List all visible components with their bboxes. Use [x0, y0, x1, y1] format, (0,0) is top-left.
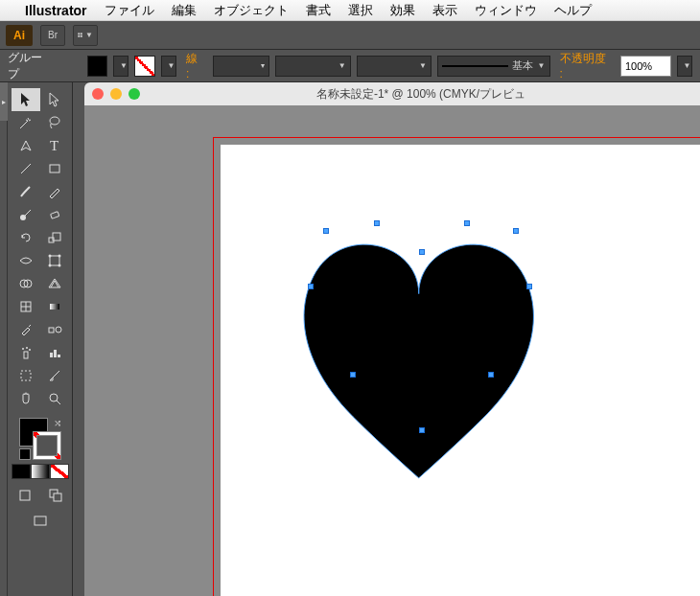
- anchor-point[interactable]: [488, 372, 494, 378]
- window-minimize-icon[interactable]: [110, 88, 122, 100]
- fill-dropdown[interactable]: ▼: [113, 56, 128, 77]
- default-fill-stroke-icon[interactable]: [19, 448, 31, 460]
- line-tool[interactable]: [12, 157, 40, 180]
- menu-window[interactable]: ウィンドウ: [475, 2, 537, 19]
- column-graph-tool[interactable]: [40, 341, 69, 364]
- canvas-area: 名称未設定-1* @ 100% (CMYK/プレビュ: [73, 82, 700, 596]
- artboard-page[interactable]: [221, 145, 700, 596]
- eraser-tool[interactable]: [40, 203, 69, 226]
- svg-rect-22: [49, 328, 54, 332]
- artboard-viewport[interactable]: [107, 128, 700, 596]
- draw-behind-icon[interactable]: [42, 485, 69, 506]
- svg-rect-1: [81, 33, 82, 34]
- magic-wand-tool[interactable]: [12, 111, 40, 134]
- color-mode-gradient[interactable]: [31, 464, 50, 479]
- blob-brush-tool[interactable]: [12, 203, 40, 226]
- gradient-tool[interactable]: [40, 295, 69, 318]
- collapsed-panel-tab[interactable]: ▸: [0, 82, 8, 121]
- direct-selection-tool[interactable]: [40, 88, 69, 111]
- svg-point-13: [58, 255, 60, 258]
- symbol-sprayer-tool[interactable]: [12, 341, 40, 364]
- hand-tool[interactable]: [12, 387, 40, 410]
- arrange-documents-button[interactable]: ▼: [73, 25, 98, 46]
- opacity-field[interactable]: 100%: [620, 56, 671, 77]
- rectangle-tool[interactable]: [40, 157, 69, 180]
- draw-normal-icon[interactable]: [12, 485, 38, 506]
- svg-rect-11: [50, 256, 59, 265]
- window-zoom-icon[interactable]: [128, 88, 140, 100]
- artboard-tool[interactable]: [12, 364, 40, 387]
- app-name[interactable]: Illustrator: [25, 3, 87, 18]
- rotate-tool[interactable]: [12, 226, 40, 249]
- menu-help[interactable]: ヘルプ: [554, 2, 592, 19]
- perspective-grid-tool[interactable]: [40, 272, 69, 295]
- scale-tool[interactable]: [40, 226, 69, 249]
- anchor-point[interactable]: [526, 284, 532, 289]
- svg-rect-2: [78, 35, 80, 37]
- pen-tool[interactable]: [12, 134, 40, 157]
- swap-fill-stroke-icon[interactable]: ⤭: [54, 418, 61, 428]
- anchor-point[interactable]: [419, 427, 425, 433]
- brush-select[interactable]: ▼: [357, 56, 432, 77]
- fill-stroke-box[interactable]: ⤭: [19, 418, 61, 460]
- shape-builder-tool[interactable]: [12, 272, 40, 295]
- eyedropper-tool[interactable]: [12, 318, 40, 341]
- anchor-point[interactable]: [350, 372, 356, 378]
- mac-menubar: Illustrator ファイル 編集 オブジェクト 書式 選択 効果 表示 ウ…: [0, 0, 700, 21]
- anchor-point[interactable]: [323, 228, 329, 234]
- type-tool[interactable]: T: [40, 134, 69, 157]
- free-transform-tool[interactable]: [40, 249, 69, 272]
- color-mode-none[interactable]: [50, 464, 69, 479]
- document-titlebar: 名称未設定-1* @ 100% (CMYK/プレビュ: [84, 82, 700, 105]
- svg-point-12: [48, 255, 51, 258]
- main-area: ▸ T: [0, 82, 700, 596]
- menu-file[interactable]: ファイル: [105, 2, 154, 19]
- menu-select[interactable]: 選択: [348, 2, 373, 19]
- lasso-tool[interactable]: [40, 111, 69, 134]
- opacity-dropdown[interactable]: ▼: [677, 56, 692, 77]
- panel-dock-left: ▸: [0, 82, 8, 596]
- anchor-point[interactable]: [419, 249, 425, 255]
- canvas-svg[interactable]: [221, 145, 700, 596]
- heart-shape[interactable]: [304, 244, 533, 478]
- stroke-weight-select[interactable]: ▾: [213, 56, 269, 77]
- ruler-horizontal[interactable]: [84, 105, 700, 128]
- zoom-tool[interactable]: [40, 387, 69, 410]
- color-mode-solid[interactable]: [12, 464, 31, 479]
- stroke-dropdown[interactable]: ▼: [161, 56, 176, 77]
- mesh-tool[interactable]: [12, 295, 40, 318]
- menu-type[interactable]: 書式: [306, 2, 331, 19]
- svg-rect-37: [35, 516, 46, 525]
- anchor-point[interactable]: [513, 228, 519, 234]
- variable-width-select[interactable]: ▼: [275, 56, 350, 77]
- anchor-point[interactable]: [374, 220, 380, 226]
- menu-edit[interactable]: 編集: [172, 2, 197, 19]
- anchor-point[interactable]: [464, 220, 470, 226]
- color-mode-row: [12, 464, 69, 479]
- anchor-point[interactable]: [308, 284, 314, 289]
- pencil-tool[interactable]: [40, 180, 69, 203]
- menu-view[interactable]: 表示: [432, 2, 457, 19]
- slice-tool[interactable]: [40, 364, 69, 387]
- svg-point-4: [50, 117, 59, 125]
- screen-mode-button[interactable]: [26, 510, 55, 533]
- stroke-color-icon[interactable]: [33, 431, 61, 460]
- svg-rect-6: [50, 165, 59, 172]
- ruler-vertical[interactable]: [84, 105, 107, 596]
- selection-tool[interactable]: [12, 88, 40, 111]
- stroke-swatch[interactable]: [134, 56, 155, 77]
- paintbrush-tool[interactable]: [12, 180, 40, 203]
- menu-object[interactable]: オブジェクト: [214, 2, 289, 19]
- width-tool[interactable]: [12, 249, 40, 272]
- window-close-icon[interactable]: [92, 88, 104, 100]
- blend-tool[interactable]: [40, 318, 69, 341]
- bridge-button[interactable]: Br: [40, 25, 65, 46]
- stroke-style-select[interactable]: 基本▼: [437, 56, 550, 77]
- svg-line-5: [21, 164, 31, 173]
- tool-panel: T ⤭: [8, 82, 73, 596]
- fill-swatch[interactable]: [87, 56, 108, 77]
- svg-rect-21: [50, 304, 59, 309]
- menu-effect[interactable]: 効果: [390, 2, 415, 19]
- svg-point-15: [58, 264, 60, 267]
- draw-mode-row: [12, 485, 69, 506]
